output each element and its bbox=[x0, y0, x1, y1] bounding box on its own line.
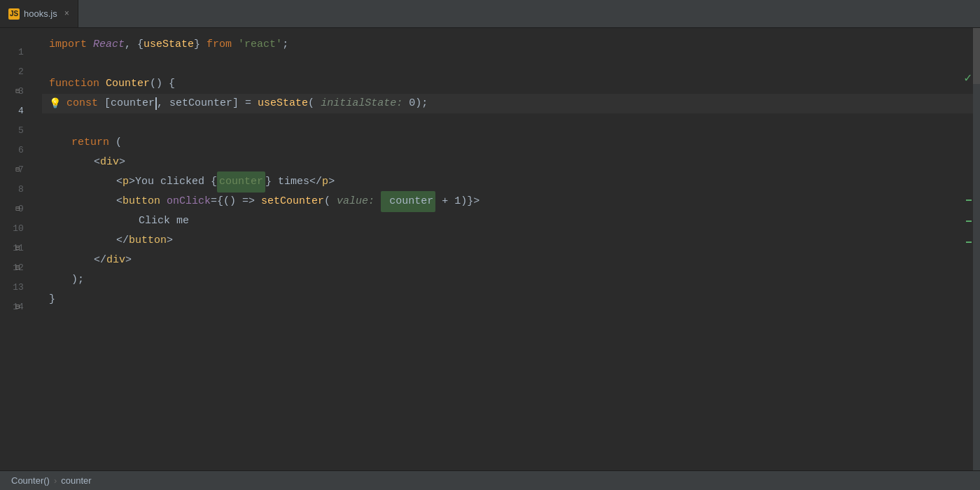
code-line-1: import React , { useState } from 'react'… bbox=[42, 35, 980, 55]
code-line-11: </ button > bbox=[42, 231, 980, 251]
fold-marker-9[interactable]: ⊟ bbox=[15, 204, 20, 213]
minimap-mark-2 bbox=[966, 220, 972, 222]
code-line-14: } bbox=[42, 290, 980, 309]
var-counter: counter bbox=[111, 94, 155, 113]
status-bar: Counter() › counter bbox=[0, 470, 980, 490]
code-line-10: Click me bbox=[42, 211, 980, 231]
gutter-line-2: 2 bbox=[13, 62, 29, 81]
tag-button-close: button bbox=[129, 231, 167, 251]
line-number-gutter: 1 2 ⊟ 3 4 5 bbox=[0, 28, 42, 490]
tag-p-open: p bbox=[122, 172, 129, 192]
gutter-line-4: 4 bbox=[13, 101, 29, 120]
text-click-me: Click me bbox=[139, 211, 189, 231]
tag-button-open: button bbox=[122, 192, 167, 211]
fold-marker-14[interactable]: ⊟ bbox=[15, 302, 20, 311]
minimap-mark-1 bbox=[966, 200, 972, 201]
tab-close-button[interactable]: × bbox=[64, 9, 69, 19]
keyword-const: const bbox=[66, 94, 104, 113]
keyword-from: from bbox=[206, 35, 238, 55]
line-num-1: 1 bbox=[18, 47, 24, 57]
gutter-line-1: 1 bbox=[13, 42, 29, 62]
code-line-8: < p > You clicked { counter } times</ p … bbox=[42, 172, 980, 192]
validation-checkmark: ✓ bbox=[964, 70, 972, 85]
tag-p-close: p bbox=[322, 172, 328, 192]
line-num-6: 6 bbox=[18, 145, 24, 155]
gutter-line-14: ⊟ 14 bbox=[13, 297, 29, 316]
identifier-react: React bbox=[93, 35, 125, 55]
breadcrumb: Counter() › counter bbox=[11, 475, 92, 486]
scrollbar-thumb[interactable] bbox=[973, 28, 980, 84]
tag-div-close: div bbox=[106, 251, 125, 270]
js-file-icon: JS bbox=[8, 8, 20, 20]
jsx-expr-counter-2: counter bbox=[381, 191, 435, 212]
gutter-line-13: 13 bbox=[13, 277, 29, 297]
editor-window: JS hooks.js × 1 2 ⊟ 3 bbox=[0, 0, 980, 490]
line-num-13: 13 bbox=[13, 282, 24, 293]
string-react: 'react' bbox=[238, 35, 282, 55]
tab-hooks-js[interactable]: JS hooks.js × bbox=[0, 0, 78, 27]
fold-marker-3[interactable]: ⊟ bbox=[15, 87, 20, 95]
line-num-5: 5 bbox=[18, 125, 24, 136]
keyword-function: function bbox=[49, 74, 106, 94]
line-num-8: 8 bbox=[18, 184, 24, 195]
code-line-2 bbox=[42, 55, 980, 74]
param-hint-value: value: bbox=[337, 192, 381, 211]
fn-usestate: useState bbox=[258, 94, 308, 113]
fn-setcounter-call: setCounter bbox=[261, 192, 324, 211]
code-line-9: < button onClick ={ () => setCounter ( v… bbox=[42, 192, 980, 211]
gutter-line-8: 8 bbox=[13, 179, 29, 199]
breadcrumb-variable: counter bbox=[61, 475, 91, 486]
vertical-scrollbar[interactable] bbox=[973, 28, 980, 490]
code-line-12: </ div > bbox=[42, 251, 980, 270]
keyword-return: return bbox=[71, 133, 115, 153]
code-line-13: ); bbox=[42, 270, 980, 290]
gutter-line-10: 10 bbox=[13, 218, 29, 238]
gutter-line-5: 5 bbox=[13, 120, 29, 140]
gutter-lines: 1 2 ⊟ 3 4 5 bbox=[13, 35, 29, 316]
breadcrumb-function: Counter() bbox=[11, 475, 50, 486]
tab-bar: JS hooks.js × bbox=[0, 0, 980, 28]
gutter-line-9: ⊟ 9 bbox=[13, 199, 29, 218]
lightbulb-icon[interactable]: 💡 bbox=[49, 94, 61, 113]
fold-marker-11[interactable]: ⊟ bbox=[15, 244, 20, 252]
gutter-line-3: ⊟ 3 bbox=[13, 81, 29, 101]
attr-onclick: onClick bbox=[167, 192, 211, 211]
identifier-usestate: useState bbox=[144, 35, 194, 55]
code-line-6: return ( bbox=[42, 133, 980, 153]
minimap-mark-3 bbox=[966, 241, 972, 243]
fold-marker-7[interactable]: ⊟ bbox=[15, 165, 20, 174]
var-setcounter: setCounter bbox=[169, 94, 232, 113]
code-line-5 bbox=[42, 113, 980, 133]
code-editor[interactable]: import React , { useState } from 'react'… bbox=[42, 28, 980, 490]
code-line-3: function Counter () { bbox=[42, 74, 980, 94]
code-line-7: < div > bbox=[42, 153, 980, 172]
line-num-10: 10 bbox=[13, 223, 24, 234]
jsx-expr-counter: counter bbox=[217, 172, 265, 192]
tag-div-open: div bbox=[100, 153, 119, 172]
param-hint-initialstate: initialState: bbox=[321, 94, 409, 113]
editor-area: 1 2 ⊟ 3 4 5 bbox=[0, 28, 980, 490]
code-line-4: 💡 const [ counter , setCounter ] = useSt… bbox=[42, 94, 980, 113]
gutter-line-7: ⊟ 7 bbox=[13, 160, 29, 179]
gutter-line-11: ⊟ 11 bbox=[13, 238, 29, 258]
fn-counter: Counter bbox=[106, 74, 150, 94]
line-num-4: 4 bbox=[18, 106, 24, 116]
fold-marker-12[interactable]: ⊟ bbox=[15, 263, 20, 272]
breadcrumb-separator: › bbox=[54, 475, 57, 486]
gutter-line-12: ⊟ 12 bbox=[13, 258, 29, 277]
keyword-import: import bbox=[49, 35, 93, 55]
gutter-line-6: 6 bbox=[13, 140, 29, 160]
tab-filename: hooks.js bbox=[24, 8, 57, 19]
line-num-2: 2 bbox=[18, 66, 24, 77]
